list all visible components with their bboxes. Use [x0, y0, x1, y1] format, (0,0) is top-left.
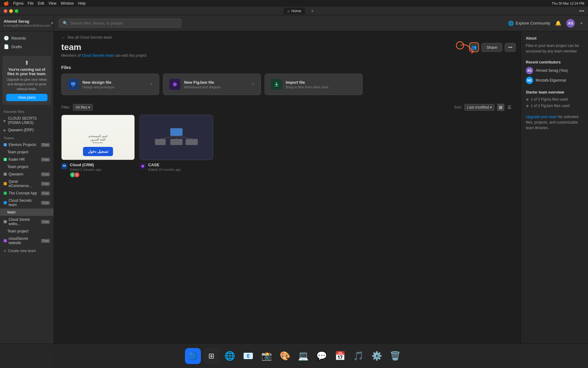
- sidebar-item-recents[interactable]: 🕐 Recents: [0, 34, 54, 42]
- concept-app-label: The Concept App: [9, 191, 37, 195]
- sidebar-item-elevtors-sub[interactable]: Team project: [0, 148, 54, 156]
- sidebar-item-concept-app[interactable]: The Concept App Free: [0, 190, 54, 197]
- sidebar-item-qawaem-erp[interactable]: ▶ Qawaem (ERP): [0, 126, 54, 134]
- case-diagram: [152, 122, 201, 153]
- menu-file[interactable]: File: [28, 1, 33, 6]
- dock-icon-mail[interactable]: 📧: [240, 348, 256, 364]
- sort-select[interactable]: Last modified ▾: [464, 104, 495, 111]
- concept-app-dot: [4, 192, 7, 195]
- user-avatar[interactable]: AS: [566, 19, 575, 28]
- home-icon: ⌂: [287, 9, 289, 13]
- team-active-label: team: [7, 210, 16, 214]
- contributor-mostafa: ME Mostafa Elgammal: [526, 77, 583, 84]
- list-view-button[interactable]: ☰: [506, 104, 513, 111]
- sidebar-item-elevtors[interactable]: Elevtors Projects Free: [0, 141, 54, 148]
- sidebar-item-cloud-secrets-team[interactable]: Cloud Secrets team Free: [0, 197, 54, 209]
- add-design-icon[interactable]: +: [149, 81, 153, 88]
- team-title: team: [61, 42, 513, 52]
- menu-edit[interactable]: Edit: [38, 1, 44, 6]
- more-options-button[interactable]: •••: [505, 43, 516, 52]
- crm-password-dots: ••••••: [93, 141, 103, 144]
- user-chevron[interactable]: ▼: [580, 21, 583, 25]
- filter-select[interactable]: All files ▾: [73, 104, 93, 111]
- dock-icon-photos[interactable]: 📸: [258, 348, 274, 364]
- new-figjam-file-card[interactable]: New FigJam file Whiteboard and diagram +: [163, 74, 261, 95]
- sidebar-item-cloud-serets-web[interactable]: Cloud Serets webs... Free: [0, 216, 54, 228]
- team-subtitle-link[interactable]: Cloud Secrets team: [82, 53, 114, 58]
- new-design-subtitle: Design and prototype: [82, 85, 146, 89]
- apple-logo[interactable]: 🍎: [4, 1, 9, 6]
- kader-hr-dot: [4, 158, 7, 161]
- kader-hr-label: Kader HR: [9, 157, 25, 162]
- grid-view-button[interactable]: ⊞: [497, 104, 504, 111]
- about-section: About Files in your team project can be …: [526, 36, 583, 54]
- annotated-icon: 👥: [469, 42, 479, 52]
- sidebar-item-cloudsecret-website[interactable]: cloudSecret website Free: [0, 235, 54, 247]
- dock-icon-figma[interactable]: 🎨: [277, 348, 293, 364]
- menu-help[interactable]: Help: [78, 1, 86, 6]
- close-button[interactable]: [4, 9, 7, 13]
- crm-edited: Edited 2 minutes ago: [70, 168, 135, 171]
- file-item-case[interactable]: CASE Edited 10 months ago: [140, 115, 213, 178]
- notification-bell-icon[interactable]: 🔔: [555, 20, 561, 26]
- qawaem-label: Qawaem: [9, 172, 23, 176]
- crm-name: Cloud (CRM): [70, 163, 135, 167]
- dock-icon-launchpad[interactable]: ⊞: [203, 348, 219, 364]
- new-figjam-subtitle: Whiteboard and diagram: [184, 85, 247, 89]
- figjam-files-usage: ◈ 1 of 3 FigJam files used: [526, 103, 583, 108]
- favorite-files-label: Favorite files: [0, 107, 54, 115]
- new-design-file-card[interactable]: New design file Design and prototype +: [61, 74, 159, 95]
- cloud-secrets-team-badge: Free: [41, 201, 50, 205]
- user-menu-chevron[interactable]: ▼: [50, 21, 54, 25]
- create-team-button[interactable]: + Create new team: [0, 247, 54, 255]
- user-name: Ahmed Serag: [4, 19, 50, 24]
- sidebar-item-drafts[interactable]: 📄 Drafts: [0, 42, 54, 51]
- import-subtitle: Bring in files from other tools: [286, 85, 356, 89]
- more-options[interactable]: •••: [579, 8, 584, 14]
- search-bar[interactable]: 🔍: [59, 19, 181, 28]
- sidebar-item-qarat[interactable]: Qarat eCommerce... Free: [0, 178, 54, 190]
- team-subtitle: Members of Cloud Secrets team can edit t…: [61, 53, 513, 58]
- import-file-card[interactable]: Import file Bring in files from other to…: [265, 74, 363, 95]
- explore-community-button[interactable]: 🌐 Explore Community: [508, 21, 550, 26]
- view-toggle: ⊞ ☰: [497, 104, 513, 111]
- elevtors-label: Elevtors Projects: [9, 143, 36, 147]
- dock-icon-music[interactable]: 🎵: [350, 348, 366, 364]
- system-bar-right: Thu 30 Mar 12:24 PM: [552, 2, 584, 5]
- dock-icon-vscode[interactable]: 💻: [295, 348, 311, 364]
- minimize-button[interactable]: [9, 9, 13, 13]
- dock-icon-trash[interactable]: 🗑️: [387, 348, 403, 364]
- menu-window[interactable]: Window: [61, 1, 74, 6]
- menu-view[interactable]: View: [48, 1, 56, 6]
- sidebar-item-cloud-serets-web-sub[interactable]: Team project: [0, 228, 54, 235]
- qarat-dot: [4, 182, 7, 185]
- dock-icon-messages[interactable]: 💬: [314, 348, 330, 364]
- view-plans-button[interactable]: View plans: [6, 94, 47, 101]
- menu-figma[interactable]: Figma: [13, 1, 23, 6]
- tab-home[interactable]: ⌂ Home: [284, 8, 305, 14]
- figma-usage-text: 1 of 3 Figma files used: [531, 97, 568, 102]
- sidebar-item-team-active[interactable]: team: [0, 209, 54, 216]
- sidebar-item-qawaem[interactable]: Qawaem Free: [0, 171, 54, 178]
- sort-label: Sort:: [454, 105, 462, 109]
- drafts-icon: 📄: [4, 44, 9, 49]
- search-input[interactable]: [70, 21, 177, 25]
- upgrade-team-link[interactable]: Upgrade your team: [526, 115, 557, 119]
- maximize-button[interactable]: [15, 9, 18, 13]
- dock-icon-calendar[interactable]: 📅: [332, 348, 348, 364]
- top-nav: 🔍 🌐 Explore Community 🔔 AS ▼: [54, 15, 588, 31]
- dock-icon-finder[interactable]: 🔵: [185, 348, 201, 364]
- add-figjam-icon[interactable]: +: [251, 81, 254, 88]
- file-item-cloud-crm[interactable]: اسم المستخدمكلمة المرور •••••• تسجيل دخو…: [61, 115, 135, 178]
- right-panel: About Files in your team project can be …: [521, 31, 588, 368]
- breadcrumb-link[interactable]: See all Cloud Secrets team: [67, 35, 112, 40]
- dock-icon-settings[interactable]: ⚙️: [369, 348, 385, 364]
- sidebar-item-kader-hr-sub[interactable]: Team project: [0, 163, 54, 171]
- create-team-label: Create new team: [8, 249, 36, 253]
- new-tab-button[interactable]: +: [311, 8, 314, 14]
- sidebar-item-cloud-secrets-figma[interactable]: ▶ CLOUD SECRTS (FIGMA LINKS): [0, 115, 54, 126]
- share-button[interactable]: Share: [481, 43, 503, 52]
- sidebar-item-kader-hr[interactable]: Kader HR Free: [0, 156, 54, 163]
- dock-icon-safari[interactable]: 🌐: [222, 348, 238, 364]
- elevtors-badge: Free: [41, 143, 50, 147]
